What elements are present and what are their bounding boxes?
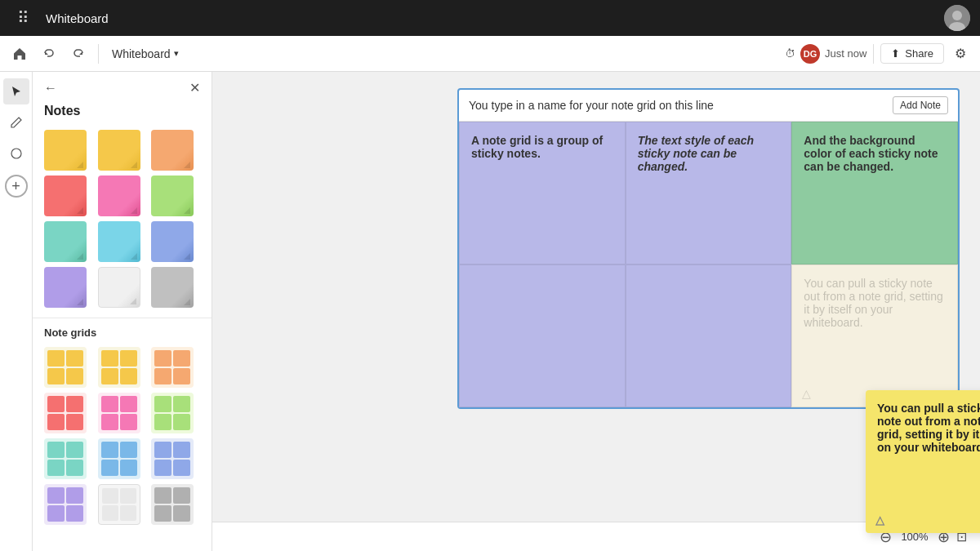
canvas[interactable]: You type in a name for your note grid on… <box>212 72 980 551</box>
note-swatch-orange[interactable] <box>151 130 194 171</box>
svg-point-3 <box>11 149 21 158</box>
note-color-grid <box>33 125 212 313</box>
note-swatch-green[interactable] <box>151 176 194 216</box>
note-swatch-purple[interactable] <box>44 267 87 308</box>
toolbar-divider <box>98 44 99 64</box>
note-cell-6-ghost[interactable]: You can pull a sticky note out from a no… <box>791 264 958 407</box>
grid-swatch-yellow[interactable] <box>44 347 87 388</box>
note-swatch-red[interactable] <box>44 176 87 216</box>
sub-section-title: Note grids <box>33 323 212 342</box>
grid-swatch-yellow2[interactable] <box>98 347 140 388</box>
grid-swatch-gray[interactable] <box>151 484 194 525</box>
floating-sticky-note[interactable]: You can pull a sticky note out from a no… <box>866 390 980 533</box>
share-label: Share <box>905 47 933 60</box>
settings-button[interactable]: ⚙ <box>947 41 973 67</box>
divider <box>33 318 212 318</box>
note-swatch-white[interactable] <box>98 267 140 308</box>
note-cell-2[interactable]: The text style of each sticky note can b… <box>626 122 792 264</box>
note-ghost-icon: △ <box>802 387 811 400</box>
note-cell-3[interactable]: And the background color of each sticky … <box>791 122 958 264</box>
grid-swatch-green[interactable] <box>151 393 194 433</box>
pen-tool-button[interactable] <box>3 109 29 136</box>
note-cell-2-text: The text style of each sticky note can b… <box>638 134 754 173</box>
user-badge: DG <box>800 44 820 64</box>
note-grid-title[interactable]: You type in a name for your note grid on… <box>469 99 893 112</box>
sticky-float-icon: △ <box>875 513 884 527</box>
panel-top: ← ✕ <box>33 72 212 100</box>
grid-swatch-blue[interactable] <box>151 438 194 479</box>
home-button[interactable] <box>7 41 33 67</box>
note-cell-1-text: A note grid is a group of sticky notes. <box>471 134 603 160</box>
grid-swatch-white[interactable] <box>98 484 140 525</box>
panel-back-button[interactable]: ← <box>44 81 57 96</box>
note-grid[interactable]: You type in a name for your note grid on… <box>457 88 960 409</box>
note-swatch-gray[interactable] <box>151 267 194 308</box>
app-title: Whiteboard <box>46 11 934 25</box>
undo-button[interactable] <box>36 41 62 67</box>
apps-icon[interactable]: ⠿ <box>10 5 36 31</box>
grid-swatch-blue-light[interactable] <box>98 438 140 479</box>
status-text: Just now <box>825 47 866 60</box>
plus-icon: + <box>11 178 20 195</box>
note-grid-cells: A note grid is a group of sticky notes. … <box>459 122 958 407</box>
left-panel: ← ✕ Notes <box>33 72 212 551</box>
comment-button[interactable] <box>3 140 29 167</box>
chevron-down-icon: ▾ <box>174 48 179 59</box>
note-swatch-yellow[interactable] <box>44 130 87 171</box>
breadcrumb-label: Whiteboard <box>112 47 171 60</box>
sidebar-icons: + <box>0 72 33 551</box>
grid-swatch-pink[interactable] <box>98 393 140 433</box>
settings-icon: ⚙ <box>955 46 966 61</box>
add-element-button[interactable]: + <box>5 175 28 198</box>
note-grid-header: You type in a name for your note grid on… <box>459 90 958 122</box>
grid-swatch-purple[interactable] <box>44 484 87 525</box>
clock-icon: ⏱ <box>785 47 795 60</box>
toolbar-divider-2 <box>873 44 874 64</box>
note-cell-1[interactable]: A note grid is a group of sticky notes. <box>459 122 626 264</box>
panel-close-button[interactable]: ✕ <box>189 80 200 96</box>
share-icon: ⬆ <box>891 47 900 60</box>
note-swatch-pink[interactable] <box>98 176 140 216</box>
svg-point-1 <box>952 11 962 20</box>
note-cell-6-text: You can pull a sticky note out from a no… <box>804 277 942 329</box>
note-swatch-yellow2[interactable] <box>98 130 140 171</box>
note-swatch-blue-light[interactable] <box>98 221 140 262</box>
redo-button[interactable] <box>65 41 91 67</box>
breadcrumb[interactable]: Whiteboard ▾ <box>105 44 185 64</box>
topbar: ⠿ Whiteboard <box>0 0 980 36</box>
note-swatch-blue[interactable] <box>151 221 194 262</box>
main-layout: + ← ✕ Notes <box>0 72 980 551</box>
grid-swatch-red[interactable] <box>44 393 87 433</box>
note-grid-swatches <box>33 342 212 530</box>
floating-note-text: You can pull a sticky note out from a no… <box>877 402 980 454</box>
note-cell-5[interactable] <box>626 264 792 407</box>
grid-swatch-orange[interactable] <box>151 347 194 388</box>
cursor-tool-button[interactable] <box>3 78 29 104</box>
zoom-bar: ⊖ 100% ⊕ ⊡ <box>212 522 980 551</box>
grid-swatch-teal[interactable] <box>44 438 87 479</box>
note-swatch-teal[interactable] <box>44 221 87 262</box>
note-cell-4[interactable] <box>459 264 626 407</box>
toolbar: Whiteboard ▾ ⏱ DG Just now ⬆ Share ⚙ <box>0 36 980 72</box>
note-cell-3-text: And the background color of each sticky … <box>804 134 938 173</box>
share-button[interactable]: ⬆ Share <box>880 43 944 64</box>
add-note-button[interactable]: Add Note <box>893 96 948 114</box>
avatar[interactable] <box>944 5 970 31</box>
panel-scroll[interactable]: Note grids <box>33 125 212 551</box>
panel-title: Notes <box>33 100 212 125</box>
save-status: ⏱ DG Just now <box>785 44 866 64</box>
